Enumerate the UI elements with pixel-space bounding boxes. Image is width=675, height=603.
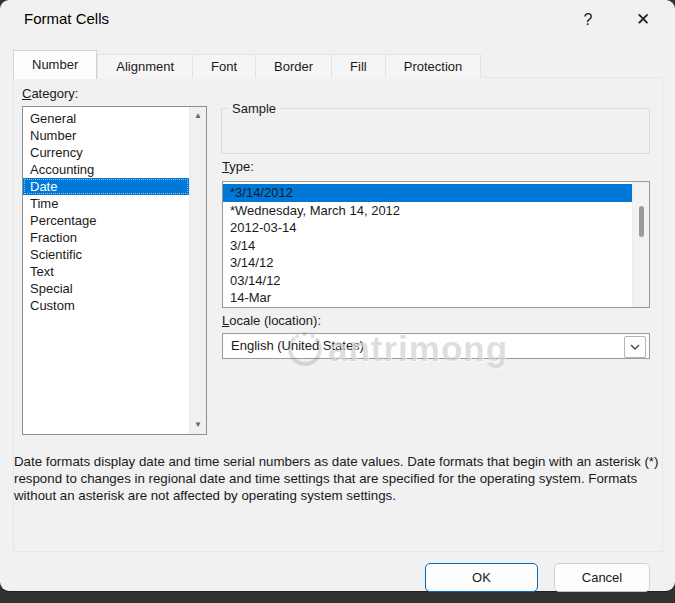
type-scrollbar[interactable] [632,182,649,307]
locale-label: Locale (location): [222,313,321,328]
tab-protection[interactable]: Protection [386,54,482,78]
scrollbar-thumb[interactable] [639,206,644,237]
cancel-button[interactable]: Cancel [554,563,650,592]
list-item[interactable]: Scientific [23,246,189,263]
locale-dropdown[interactable]: English (United States) [222,333,650,359]
locale-selected-value: English (United States) [231,334,364,358]
list-item[interactable]: Special [23,280,189,297]
list-item[interactable]: Currency [23,144,189,161]
sample-groupbox: Sample [221,101,650,154]
help-icon[interactable]: ? [575,7,601,33]
category-scrollbar[interactable]: ▲ ▼ [189,107,206,434]
tab-number[interactable]: Number [13,50,97,79]
list-item-selected[interactable]: *3/14/2012 [223,184,632,202]
tab-fill[interactable]: Fill [332,54,386,78]
format-cells-dialog: Format Cells ? ✕ Number Alignment Font B… [0,0,675,591]
tab-font[interactable]: Font [193,54,256,78]
tab-alignment[interactable]: Alignment [97,54,193,78]
list-item[interactable]: 3/14 [223,237,632,255]
list-item[interactable]: Fraction [23,229,189,246]
list-item[interactable]: Number [23,127,189,144]
list-item[interactable]: 3/14/12 [223,254,632,272]
sample-legend: Sample [228,101,280,116]
dialog-title: Format Cells [24,10,109,27]
chevron-down-icon [630,344,640,350]
dropdown-button[interactable] [624,336,646,358]
category-label-accesskey: C [22,86,31,101]
type-items: *3/14/2012 *Wednesday, March 14, 2012 20… [223,184,632,307]
list-item[interactable]: *Wednesday, March 14, 2012 [223,202,632,220]
type-label: Type: [222,159,254,174]
category-items: General Number Currency Accounting Date … [23,110,189,314]
list-item[interactable]: 14-Mar [223,289,632,307]
list-item-selected[interactable]: Date [23,178,189,195]
list-item[interactable]: Text [23,263,189,280]
format-description-text: Date formats display date and time seria… [14,453,663,504]
category-listbox[interactable]: General Number Currency Accounting Date … [22,106,207,435]
list-item[interactable]: Custom [23,297,189,314]
category-label: Category: [22,86,78,101]
category-label-rest: ategory: [31,86,78,101]
close-icon[interactable]: ✕ [630,7,656,33]
tab-border[interactable]: Border [256,54,332,78]
tab-strip: Number Alignment Font Border Fill Protec… [13,49,481,78]
ok-button[interactable]: OK [425,563,538,592]
list-item[interactable]: General [23,110,189,127]
list-item[interactable]: Time [23,195,189,212]
type-label-rest: ype: [229,159,254,174]
list-item[interactable]: Percentage [23,212,189,229]
scroll-up-icon[interactable]: ▲ [190,112,206,120]
list-item[interactable]: 03/14/12 [223,272,632,290]
locale-label-rest: ocale (location): [229,313,321,328]
scroll-down-icon[interactable]: ▼ [190,421,206,429]
list-item[interactable]: Accounting [23,161,189,178]
list-item[interactable]: 2012-03-14 [223,219,632,237]
type-listbox[interactable]: *3/14/2012 *Wednesday, March 14, 2012 20… [222,181,650,308]
